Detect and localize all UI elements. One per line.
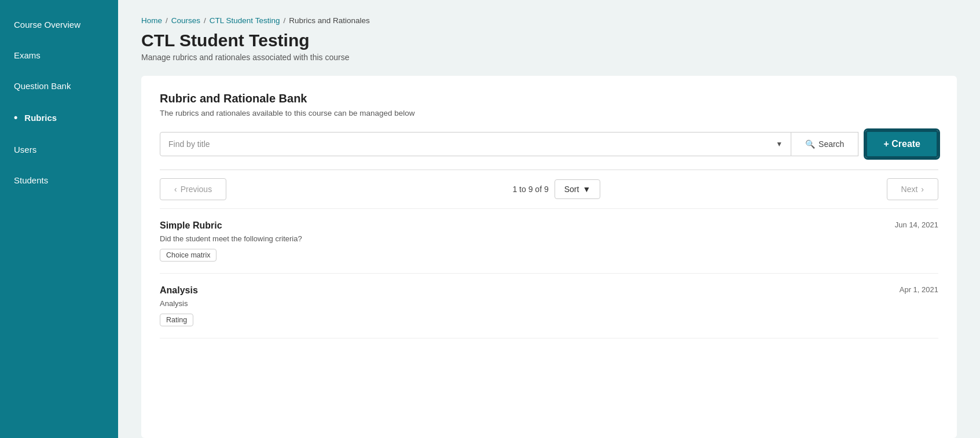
search-input[interactable] [168, 139, 771, 149]
card-description: The rubrics and rationales available to … [160, 109, 938, 117]
search-row: ▼ 🔍 Search + Create [160, 130, 938, 170]
sidebar-item-label: Users [14, 145, 36, 154]
sidebar-item-label: Question Bank [14, 81, 71, 91]
sort-button[interactable]: Sort ▼ [555, 179, 601, 199]
search-icon: 🔍 [805, 139, 815, 149]
create-button[interactable]: + Create [865, 130, 938, 158]
sort-dropdown-icon: ▼ [582, 185, 590, 194]
rubric-title[interactable]: Simple Rubric [160, 220, 222, 231]
rubric-date: Jun 14, 2021 [895, 220, 938, 229]
rubric-item: Analysis Apr 1, 2021 Analysis Rating [160, 274, 938, 338]
sidebar-item-label: Students [14, 175, 48, 185]
rubric-item-header: Analysis Apr 1, 2021 [160, 285, 938, 296]
breadcrumb-current: Rubrics and Rationales [289, 16, 370, 25]
rubric-date: Apr 1, 2021 [900, 285, 938, 294]
rubric-bank-card: Rubric and Rationale Bank The rubrics an… [141, 76, 957, 438]
previous-button[interactable]: ‹ Previous [160, 178, 226, 200]
create-label: + Create [883, 139, 920, 149]
card-title: Rubric and Rationale Bank [160, 92, 938, 105]
rubric-description: Analysis [160, 299, 938, 308]
sidebar-item-users[interactable]: Users [0, 134, 118, 165]
rubric-item-header: Simple Rubric Jun 14, 2021 [160, 220, 938, 231]
chevron-right-icon: › [921, 185, 924, 194]
sidebar-item-label: Rubrics [24, 113, 57, 123]
rubric-tag[interactable]: Rating [160, 314, 193, 326]
sort-label: Sort [564, 185, 579, 194]
rubric-title[interactable]: Analysis [160, 285, 198, 296]
sidebar-item-course-overview[interactable]: Course Overview [0, 9, 118, 40]
previous-label: Previous [181, 185, 212, 194]
search-button[interactable]: 🔍 Search [791, 132, 858, 156]
chevron-down-icon: ▼ [776, 140, 783, 148]
sidebar-item-students[interactable]: Students [0, 165, 118, 196]
chevron-left-icon: ‹ [174, 185, 177, 194]
breadcrumb-sep-2: / [204, 16, 206, 25]
next-label: Next [901, 185, 918, 194]
pagination-info: 1 to 9 of 9 Sort ▼ [512, 179, 600, 199]
rubric-description: Did the student meet the following crite… [160, 234, 938, 243]
breadcrumb-home[interactable]: Home [141, 16, 162, 25]
page-title: CTL Student Testing [141, 31, 957, 50]
sidebar-item-exams[interactable]: Exams [0, 40, 118, 71]
pagination-count: 1 to 9 of 9 [512, 185, 548, 194]
breadcrumb-sep-1: / [166, 16, 168, 25]
rubric-item: Simple Rubric Jun 14, 2021 Did the stude… [160, 209, 938, 274]
sidebar-item-label: Course Overview [14, 20, 80, 30]
sidebar-item-rubrics[interactable]: Rubrics [0, 101, 118, 134]
sidebar-item-question-bank[interactable]: Question Bank [0, 71, 118, 101]
rubric-tag[interactable]: Choice matrix [160, 249, 216, 262]
pagination-row: ‹ Previous 1 to 9 of 9 Sort ▼ Next › [160, 170, 938, 209]
page-subtitle: Manage rubrics and rationales associated… [141, 53, 957, 62]
breadcrumb: Home / Courses / CTL Student Testing / R… [141, 16, 957, 25]
breadcrumb-ctl[interactable]: CTL Student Testing [210, 16, 280, 25]
find-by-title-dropdown[interactable]: ▼ [160, 132, 791, 156]
breadcrumb-sep-3: / [283, 16, 285, 25]
next-button[interactable]: Next › [887, 178, 938, 200]
search-label: Search [818, 139, 844, 149]
sidebar: Course Overview Exams Question Bank Rubr… [0, 0, 118, 438]
breadcrumb-courses[interactable]: Courses [171, 16, 200, 25]
sidebar-item-label: Exams [14, 50, 41, 60]
main-content: Home / Courses / CTL Student Testing / R… [118, 0, 980, 438]
